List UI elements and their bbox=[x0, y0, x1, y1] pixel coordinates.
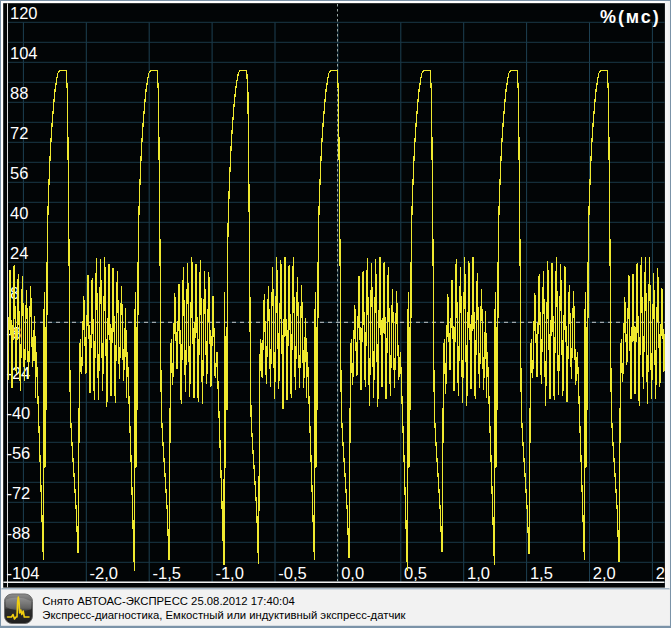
svg-text:-2,0: -2,0 bbox=[90, 564, 118, 582]
svg-text:-56: -56 bbox=[6, 444, 30, 462]
svg-text:-88: -88 bbox=[6, 524, 30, 542]
svg-text:72: 72 bbox=[10, 124, 28, 142]
svg-text:Снято АВТОАС-ЭКСПРЕСС 25.08.: Снято АВТОАС-ЭКСПРЕСС 25.08.2012 17:40:0… bbox=[42, 595, 294, 607]
svg-text:1,0: 1,0 bbox=[467, 564, 490, 582]
svg-text:-24: -24 bbox=[6, 364, 30, 382]
svg-text:88: 88 bbox=[10, 84, 28, 102]
svg-text:-0,5: -0,5 bbox=[278, 564, 306, 582]
svg-text:-1,0: -1,0 bbox=[215, 564, 243, 582]
svg-text:-40: -40 bbox=[6, 404, 30, 422]
svg-text:Экспресс-диагностика, Емкостны: Экспресс-диагностика, Емкостный или инду… bbox=[42, 609, 405, 621]
svg-text:1,5: 1,5 bbox=[530, 564, 553, 582]
svg-text:-1,5: -1,5 bbox=[153, 564, 181, 582]
svg-text:0,0: 0,0 bbox=[341, 564, 364, 582]
svg-text:40: 40 bbox=[10, 204, 28, 222]
svg-text:2,0: 2,0 bbox=[593, 564, 616, 582]
svg-text:104: 104 bbox=[10, 44, 38, 62]
svg-text:-104: -104 bbox=[6, 564, 39, 582]
svg-text:56: 56 bbox=[10, 164, 28, 182]
svg-text:24: 24 bbox=[10, 244, 28, 262]
svg-text:%(мс): %(мс) bbox=[600, 7, 661, 27]
svg-text:120: 120 bbox=[10, 4, 38, 22]
svg-text:-72: -72 bbox=[6, 484, 30, 502]
